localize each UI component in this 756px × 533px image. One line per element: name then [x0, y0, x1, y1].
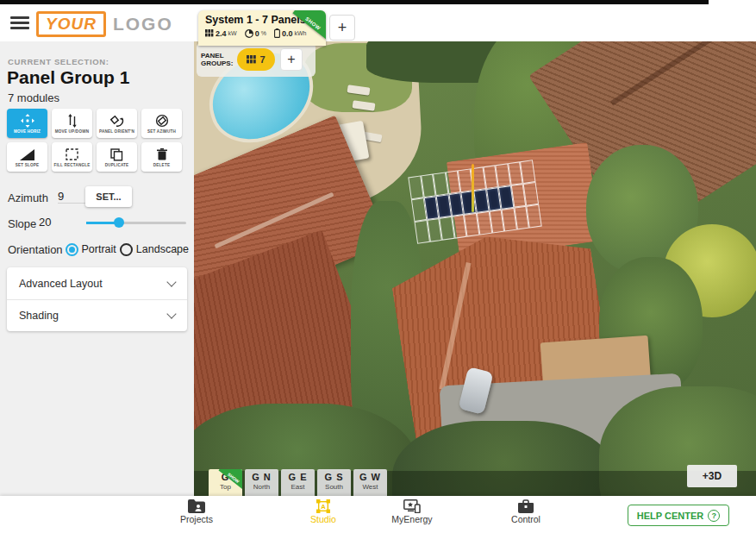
projects-icon [188, 499, 205, 513]
control-icon [518, 499, 534, 513]
move-horiz-icon [21, 114, 34, 129]
tool-label: SET AZIMUTH [147, 129, 176, 134]
azimuth-set-button[interactable]: SET... [85, 186, 132, 207]
battery-icon [274, 28, 280, 38]
myenergy-icon [403, 499, 421, 513]
panels-icon [205, 29, 214, 37]
kw-value: 2.4 [216, 29, 227, 38]
set-slope-icon [20, 147, 34, 162]
tool-label: MOVE HORIZ [14, 129, 41, 134]
top-bar: YOUR LOGO System 1 - 7 Panels 2.4kW 0% 0… [0, 4, 756, 41]
shading-accordion[interactable]: Shading [7, 299, 187, 331]
top-strip-gap [709, 0, 756, 4]
add-system-button[interactable]: + [329, 15, 355, 41]
panel-orientation-icon [110, 114, 124, 129]
tool-grid: MOVE HORIZ MOVE UP/DOWN PANEL ORIENT'N S… [7, 109, 188, 172]
azimuth-label: Azimuth [8, 191, 48, 204]
view-key: G N [245, 472, 278, 482]
tool-label: MOVE UP/DOWN [55, 129, 89, 134]
view-north-button[interactable]: G N North [245, 469, 278, 496]
view-switcher: G Top SHOW G N North G E East G S South … [209, 469, 387, 496]
duplicate-button[interactable]: DUPLICATE [97, 142, 137, 172]
panel-groups-count: 7 [259, 54, 265, 65]
view-label: East [281, 483, 315, 491]
offset-value: 0 [255, 29, 259, 38]
slope-row: Slope 20 [8, 216, 187, 233]
tool-label: DUPLICATE [105, 163, 129, 167]
help-center-button[interactable]: HELP CENTER ? [628, 505, 729, 526]
view-south-button[interactable]: G S South [317, 469, 351, 496]
panels-icon [247, 55, 256, 64]
offset-icon [245, 29, 253, 38]
nav-studio[interactable]: A Studio [289, 499, 358, 524]
options-accordion: Advanced Layout Shading [7, 267, 187, 331]
help-icon: ? [708, 510, 720, 522]
duplicate-icon [110, 147, 123, 162]
kwh-unit: kWh [294, 30, 306, 36]
view-west-button[interactable]: G W West [353, 469, 387, 496]
add-panel-group-button[interactable]: + [280, 48, 303, 71]
azimuth-indicator-line [472, 164, 474, 212]
nav-myenergy[interactable]: MyEnergy [378, 499, 447, 524]
portrait-radio[interactable] [66, 243, 78, 256]
landscape-label: Landscape [136, 243, 189, 255]
set-slope-button[interactable]: SET SLOPE [7, 142, 47, 172]
move-horiz-button[interactable]: MOVE HORIZ [7, 109, 47, 138]
logo-your-box: YOUR [36, 11, 106, 37]
fill-rectangle-button[interactable]: FILL RECTANGLE [52, 142, 92, 172]
bottom-navigation: Projects A Studio MyEnergy Control HELP … [0, 496, 756, 533]
nav-label: Projects [180, 514, 213, 524]
system-tab-stats: 2.4kW 0% 0.0kWh [205, 28, 321, 38]
move-updown-button[interactable]: MOVE UP/DOWN [52, 109, 92, 138]
tool-label: SET SLOPE [16, 163, 40, 167]
brand-logo: YOUR LOGO [36, 11, 173, 37]
advanced-layout-accordion[interactable]: Advanced Layout [7, 267, 187, 299]
tool-label: FILL RECTANGLE [54, 163, 91, 167]
set-azimuth-button[interactable]: SET AZIMUTH [141, 109, 182, 138]
system-offset-stat: 0% [245, 29, 266, 38]
chevron-down-icon [166, 277, 176, 286]
orientation-label: Orientation [8, 243, 66, 256]
view-label: West [353, 483, 387, 491]
menu-icon[interactable] [10, 16, 29, 30]
move-updown-icon [66, 114, 78, 129]
system-tab[interactable]: System 1 - 7 Panels 2.4kW 0% 0.0kWh SHOW [198, 10, 326, 46]
view-label: South [317, 483, 351, 491]
delete-icon [157, 147, 167, 162]
fill-rectangle-icon [66, 147, 78, 162]
view-3d-button[interactable]: +3D [687, 465, 737, 487]
portrait-label: Portrait [82, 243, 116, 255]
video-top-strip [0, 0, 709, 4]
view-label: North [245, 483, 278, 491]
logo-text: LOGO [113, 14, 173, 34]
azimuth-row: Azimuth 9 SET... [8, 190, 187, 210]
slope-slider-thumb[interactable] [114, 217, 124, 228]
current-selection-label: CURRENT SELECTION: [8, 57, 109, 66]
nav-label: MyEnergy [391, 514, 432, 524]
sidebar: CURRENT SELECTION: Panel Group 1 7 modul… [0, 41, 194, 496]
delete-button[interactable]: DELETE [141, 142, 182, 172]
panel-groups-pill[interactable]: 7 [237, 48, 275, 71]
shading-label: Shading [19, 310, 59, 322]
nav-label: Studio [310, 514, 336, 524]
system-kw-stat: 2.4kW [205, 29, 237, 38]
slope-slider[interactable] [86, 222, 186, 224]
azimuth-value-field[interactable]: 9 [58, 190, 89, 204]
tool-label: DELETE [153, 163, 170, 167]
nav-label: Control [511, 514, 540, 524]
nav-projects[interactable]: Projects [162, 499, 231, 524]
panel-group-title: Panel Group 1 [7, 67, 129, 88]
panel-groups-badge: PANEL GROUPS: 7 + [197, 42, 316, 77]
nav-control[interactable]: Control [491, 499, 560, 524]
view-key: G E [281, 472, 315, 482]
landscape-radio[interactable] [120, 243, 133, 256]
studio-icon: A [316, 499, 331, 513]
view-east-button[interactable]: G E East [281, 469, 315, 496]
system-battery-stat: 0.0kWh [274, 28, 307, 38]
offset-unit: % [261, 30, 266, 36]
help-center-label: HELP CENTER [637, 511, 703, 521]
design-canvas[interactable]: PANEL GROUPS: 7 + G Top SHOW G N North G… [194, 41, 756, 496]
tool-label: PANEL ORIENT'N [99, 129, 134, 134]
panel-orientation-button[interactable]: PANEL ORIENT'N [97, 109, 137, 138]
view-top-button[interactable]: G Top SHOW [209, 469, 242, 496]
